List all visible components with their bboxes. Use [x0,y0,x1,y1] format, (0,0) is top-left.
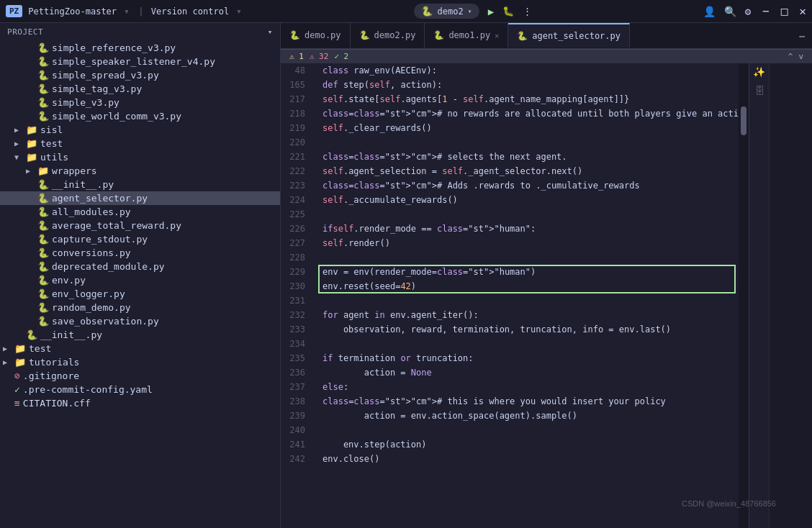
tree-item[interactable]: 🐍env.py [0,273,280,287]
code-line[interactable] [317,337,739,351]
tab-icon: 🐍 [433,30,444,40]
tree-item[interactable]: 🐍save_observation.py [0,314,280,328]
tree-item[interactable]: 🐍simple_speaker_listener_v4.py [0,55,280,68]
debug-button[interactable]: 🐛 [502,6,514,17]
tree-item[interactable]: 🐍simple_reference_v3.py [0,41,280,55]
maximize-button[interactable]: □ [781,4,788,18]
nav-down[interactable]: v [798,52,803,61]
tree-item[interactable]: 🐍__init__.py [0,178,280,191]
code-line[interactable] [317,250,739,265]
tree-item[interactable]: 🐍env_logger.py [0,287,280,301]
nav-up[interactable]: ^ [788,52,793,61]
ai-assistant-icon[interactable]: ✨ [753,66,765,78]
tree-item[interactable]: 🐍average_total_reward.py [0,219,280,232]
project-name[interactable]: PettingZoo-master [28,6,117,17]
code-line[interactable] [317,207,739,222]
tree-item[interactable]: 🐍simple_spread_v3.py [0,68,280,82]
search-button[interactable]: 🔍 [724,6,736,17]
code-line[interactable]: class=class="st">"cm"># this is where yo… [317,394,739,409]
tree-item[interactable]: ⊘.gitignore [0,369,280,383]
code-line[interactable]: env.close() [317,452,739,466]
settings-button[interactable]: ⚙ [745,6,751,17]
code-line[interactable]: self.render() [317,236,739,250]
code-line[interactable]: def step(self, action): [317,78,739,92]
minimize-button[interactable]: − [762,4,770,18]
code-line[interactable]: if termination or truncation: [317,351,739,365]
tree-item[interactable]: ✓.pre-commit-config.yaml [0,383,280,396]
tree-item[interactable]: ▶📁test [0,137,280,150]
run-config[interactable]: 🐍 demo2 ▾ [414,4,479,19]
file-tree: 🐍simple_reference_v3.py🐍simple_speaker_l… [0,41,280,410]
tree-item-label: .pre-commit-config.yaml [23,384,153,395]
line-number: 222 [281,164,311,178]
code-line[interactable]: if self.render_mode == class="st">"human… [317,222,739,236]
code-line[interactable]: observation, reward, termination, trunca… [317,322,739,337]
code-line[interactable]: action = env.action_space(agent).sample(… [317,409,739,423]
tree-item[interactable]: ▶📁wrappers [0,164,280,178]
tree-item[interactable]: 🐍all_modules.py [0,205,280,219]
editor-status: ⚠ 1 ⚠ 32 ✓ 2 ^ v [281,49,812,63]
code-line[interactable]: action = None [317,365,739,380]
tree-item-icon: 🐍 [37,220,49,231]
tree-item[interactable]: 🐍simple_v3.py [0,96,280,109]
tree-item[interactable]: 🐍deprecated_module.py [0,260,280,273]
tree-item[interactable]: 🐍capture_stdout.py [0,232,280,246]
tree-item[interactable]: ▶📁test [0,342,280,355]
code-line[interactable]: self.state[self.agents[1 - self.agent_na… [317,92,739,106]
more-menu-button[interactable]: ⋮ [523,6,532,17]
tree-item[interactable]: ≡CITATION.cff [0,396,280,410]
tree-item[interactable]: 🐍__init__.py [0,328,280,342]
scrollbar[interactable] [739,63,749,528]
code-line[interactable]: else: [317,380,739,394]
run-config-arrow: ▾ [468,7,472,15]
tree-item[interactable]: ▼📁utils [0,150,280,164]
code-line[interactable]: self.agent_selection = self._agent_selec… [317,164,739,178]
tree-item-icon: 🐍 [37,316,49,327]
tree-item[interactable]: 🐍simple_tag_v3.py [0,82,280,96]
code-line[interactable]: env.step(action) [317,437,739,452]
tree-item[interactable]: ▶📁tutorials [0,355,280,369]
run-button[interactable]: ▶ [488,6,494,17]
tab-close-button[interactable]: ✕ [495,32,499,40]
code-line[interactable]: env.reset(seed=42) [317,279,739,293]
editor-tab[interactable]: 🐍agent_selector.py [508,23,630,47]
tree-item-icon: 🐍 [37,83,49,94]
code-line[interactable]: class=class="st">"cm"># selects the next… [317,150,739,164]
code-line[interactable] [317,293,739,308]
code-line[interactable]: class=class="st">"cm"># no rewards are a… [317,106,739,121]
database-icon[interactable]: 🗄 [754,85,764,96]
tree-item[interactable]: ▶📁sisl [0,123,280,137]
tree-item-icon: 📁 [26,152,37,163]
version-control[interactable]: Version control [151,6,229,17]
code-editor[interactable]: class raw_env(AECEnv): def step(self, ac… [317,63,739,528]
close-button[interactable]: ✕ [799,4,806,18]
line-number: 228 [281,250,311,265]
run-config-icon: 🐍 [421,6,433,17]
code-line[interactable] [317,423,739,437]
code-line[interactable] [317,135,739,150]
code-line[interactable]: self._clear_rewards() [317,121,739,135]
line-number: 224 [281,193,311,207]
code-line[interactable]: env = env(render_mode=class="st">"human"… [317,265,739,279]
tree-item[interactable]: 🐍conversions.py [0,246,280,260]
tree-item[interactable]: 🐍simple_world_comm_v3.py [0,109,280,123]
code-line[interactable]: self._accumulate_rewards() [317,193,739,207]
tree-item[interactable]: 🐍random_demo.py [0,301,280,314]
tab-more-button[interactable]: ⋯ [792,24,812,48]
sidebar-arrow[interactable]: ▾ [268,27,273,37]
code-line[interactable]: class=class="st">"cm"># Adds .rewards to… [317,178,739,193]
editor-tab[interactable]: 🐍demo1.py✕ [425,23,508,47]
editor-tab[interactable]: 🐍demo.py [281,23,351,47]
warning-count: ⚠ 1 [289,52,304,61]
tree-item[interactable]: 🐍agent_selector.py [0,191,280,205]
code-line[interactable]: class raw_env(AECEnv): [317,63,739,78]
tree-item-label: simple_spread_v3.py [52,70,159,81]
scrollbar-thumb[interactable] [741,106,746,135]
user-button[interactable]: 👤 [703,6,716,17]
code-line[interactable]: for agent in env.agent_iter(): [317,308,739,322]
tree-item-icon: 🐍 [37,247,49,258]
tree-item-label: test [40,138,63,149]
tree-item-label: simple_reference_v3.py [52,42,176,53]
editor-tab[interactable]: 🐍demo2.py [351,23,425,47]
sidebar: Project ▾ 🐍simple_reference_v3.py🐍simple… [0,23,281,528]
